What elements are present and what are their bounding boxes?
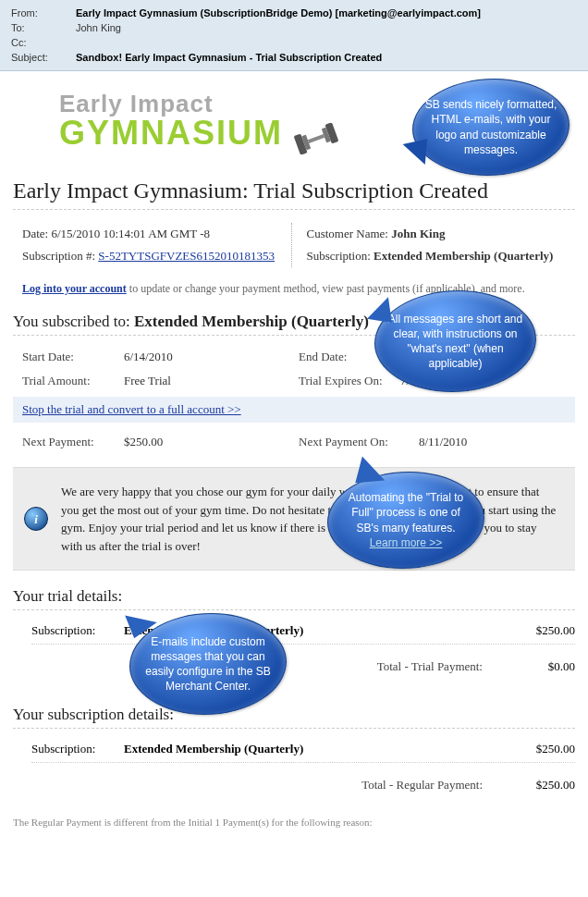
svg-rect-4 xyxy=(308,134,325,143)
from-value: Early Impact Gymnasium (SubscriptionBrid… xyxy=(76,7,577,18)
sub-sub-label: Subscription: xyxy=(31,742,124,756)
sub-details-head: Your subscription details: xyxy=(13,706,575,729)
subscription-number-link[interactable]: S-52TYTSGFVZES6152010181353 xyxy=(98,249,275,263)
subscription-details: Subscription: Extended Membership (Quart… xyxy=(13,734,575,807)
subject-value: Sandbox! Early Impact Gymnasium - Trial … xyxy=(76,52,577,63)
next-payment-on-value: 8/11/2010 xyxy=(419,435,575,449)
customer-label: Customer Name: xyxy=(307,227,392,240)
sub-num-label: Subscription #: xyxy=(22,249,98,263)
next-payment-value: $250.00 xyxy=(124,435,299,449)
info-grid: Date: 6/15/2010 10:14:01 AM GMT -8 Subsc… xyxy=(13,217,575,276)
subscription-value: Extended Membership (Quarterly) xyxy=(374,249,553,263)
date-label: Date: xyxy=(22,227,51,240)
to-value: John King xyxy=(76,22,577,33)
trial-details-head: Your trial details: xyxy=(13,587,575,610)
sub-total-label: Total - Regular Payment: xyxy=(31,778,501,793)
trial-sub-price: $250.00 xyxy=(501,623,575,638)
welcome-message: We are very happy that you chose our gym… xyxy=(61,483,560,555)
from-label: From: xyxy=(11,7,76,18)
sub-sub-name: Extended Membership (Quarterly) xyxy=(124,742,501,756)
info-icon: i xyxy=(24,507,48,531)
subject-label: Subject: xyxy=(11,52,76,63)
trial-amount-label: Trial Amount: xyxy=(22,374,124,388)
callout-text: All messages are short and clear, with i… xyxy=(386,312,524,372)
cc-value xyxy=(76,37,577,48)
callout-text: Automating the "Trial to Full" process i… xyxy=(349,491,464,534)
subscribed-name: Extended Membership (Quarterly) xyxy=(134,313,369,330)
trial-sub-label: Subscription: xyxy=(31,623,124,638)
next-payment-grid: Next Payment:$250.00 Next Payment On:8/1… xyxy=(13,426,575,454)
subscription-label: Subscription: xyxy=(307,249,374,263)
email-body: Early Impact GYMNASIUM Early Impact Gymn… xyxy=(0,71,588,841)
sub-sub-price: $250.00 xyxy=(501,742,575,756)
email-header: From: Early Impact Gymnasium (Subscripti… xyxy=(0,0,588,71)
stop-trial-link[interactable]: Stop the trial and convert to a full acc… xyxy=(22,402,241,416)
date-value: 6/15/2010 10:14:01 AM GMT -8 xyxy=(51,227,210,240)
learn-more-link[interactable]: Learn more >> xyxy=(370,536,443,549)
callout-text: SB sends nicely formatted, HTML e-mails,… xyxy=(424,97,557,157)
logo-line2: GYMNASIUM xyxy=(59,114,283,152)
login-link[interactable]: Log into your account xyxy=(22,282,127,295)
to-label: To: xyxy=(11,22,76,33)
cc-label: Cc: xyxy=(11,37,76,48)
trial-total-value: $0.00 xyxy=(501,659,575,674)
start-date-label: Start Date: xyxy=(22,350,124,364)
trial-details: Subscription: Extended Membership (Quart… xyxy=(13,616,575,689)
page-title: Early Impact Gymnasium: Trial Subscripti… xyxy=(13,178,575,210)
welcome-message-box: i We are very happy that you chose our g… xyxy=(13,467,575,571)
barbell-icon xyxy=(290,123,342,158)
next-payment-label: Next Payment: xyxy=(22,435,124,449)
trial-amount-value: Free Trial xyxy=(124,374,299,388)
subscribed-prefix: You subscribed to: xyxy=(13,313,134,330)
stop-trial-bar: Stop the trial and convert to a full acc… xyxy=(13,397,575,423)
trial-expires-label: Trial Expires On: xyxy=(299,374,400,388)
customer-value: John King xyxy=(391,227,445,240)
callout-text: E-mails include custom messages that you… xyxy=(141,634,275,694)
start-date-value: 6/14/2010 xyxy=(124,350,299,364)
next-payment-on-label: Next Payment On: xyxy=(299,435,419,449)
footnote: The Regular Payment is different from th… xyxy=(13,807,575,828)
sub-total-value: $250.00 xyxy=(501,778,575,793)
